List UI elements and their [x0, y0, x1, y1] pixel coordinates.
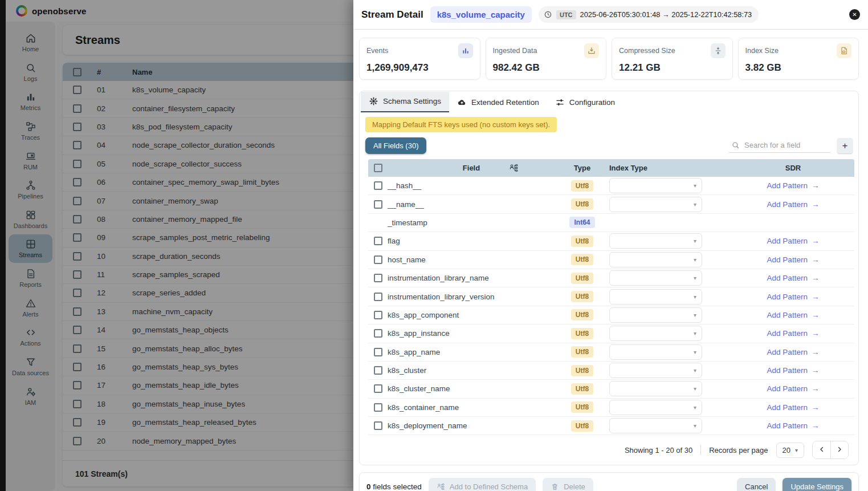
stream-detail-panel: Stream Detail k8s_volume_capacity UTC 20…	[353, 0, 868, 491]
add-pattern-link[interactable]: Add Pattern→	[732, 200, 854, 209]
field-row: host_name Utf8 ▾ Add Pattern→	[368, 251, 854, 269]
type-chip: Utf8	[571, 291, 593, 302]
add-field-button[interactable]: +	[837, 138, 853, 153]
index-type-select[interactable]: ▾	[609, 326, 702, 341]
field-checkbox[interactable]	[374, 311, 382, 319]
add-pattern-link[interactable]: Add Pattern→	[732, 329, 854, 338]
field-row: _timestamp Int64 ▾ Add Pattern→	[368, 214, 854, 232]
panel-header: Stream Detail k8s_volume_capacity UTC 20…	[353, 0, 868, 30]
index-type-select[interactable]: ▾	[609, 344, 702, 360]
tab-schema-settings[interactable]: Schema Settings	[361, 92, 449, 112]
index-type-select[interactable]: ▾	[609, 289, 702, 305]
fields-table-header: Field Type Index Type SDR	[368, 159, 854, 177]
add-pattern-link[interactable]: Add Pattern→	[732, 384, 854, 393]
delete-button[interactable]: Delete	[543, 478, 593, 491]
next-page-button[interactable]	[830, 441, 848, 458]
field-row: flag Utf8 ▾ Add Pattern→	[368, 232, 854, 250]
column-type: Type	[555, 164, 609, 172]
caret-down-icon: ▾	[694, 386, 696, 392]
add-pattern-link[interactable]: Add Pattern→	[732, 311, 854, 319]
update-settings-button[interactable]: Update Settings	[783, 478, 851, 491]
add-pattern-link[interactable]: Add Pattern→	[732, 366, 854, 375]
type-chip: Utf8	[571, 180, 593, 192]
caret-down-icon: ▾	[694, 238, 696, 244]
index-type-select[interactable]: ▾	[609, 363, 702, 378]
add-pattern-link[interactable]: Add Pattern→	[732, 237, 854, 245]
cloud-up-icon	[457, 98, 467, 107]
select-all-fields-checkbox[interactable]	[374, 164, 382, 172]
type-chip: Utf8	[571, 420, 593, 432]
records-per-page-select[interactable]: 20 ▾	[776, 443, 805, 458]
field-checkbox[interactable]	[374, 237, 382, 245]
field-row: k8s_app_instance Utf8 ▾ Add Pattern→	[368, 324, 854, 343]
index-type-select[interactable]: ▾	[609, 418, 702, 433]
field-row: instrumentation_library_version Utf8 ▾ A…	[368, 287, 854, 306]
sliders-icon	[555, 98, 565, 107]
add-pattern-link[interactable]: Add Pattern→	[732, 181, 854, 190]
type-chip: Utf8	[571, 198, 593, 210]
field-checkbox[interactable]	[374, 181, 382, 190]
compress-icon	[711, 43, 726, 58]
index-type-select[interactable]: ▾	[609, 400, 702, 415]
add-to-defined-schema-button[interactable]: Add to Defined Schema	[429, 478, 536, 491]
field-search-input[interactable]	[744, 141, 828, 149]
fields-table-body: __hash__ Utf8 ▾ Add Pattern→ __name__ Ut…	[368, 177, 854, 435]
fields-toolbar: All Fields (30) +	[365, 137, 853, 154]
caret-down-icon: ▾	[694, 275, 696, 281]
field-checkbox[interactable]	[374, 348, 382, 356]
type-chip: Utf8	[571, 401, 593, 413]
tab-extended-retention[interactable]: Extended Retention	[449, 93, 547, 112]
arrow-right-icon: →	[812, 348, 820, 356]
field-checkbox[interactable]	[374, 421, 382, 430]
chevron-left-icon	[818, 445, 826, 455]
field-checkbox[interactable]	[374, 329, 382, 338]
add-pattern-link[interactable]: Add Pattern→	[732, 274, 854, 282]
field-checkbox[interactable]	[374, 274, 382, 282]
all-fields-button[interactable]: All Fields (30)	[365, 137, 426, 154]
index-type-select[interactable]: ▾	[609, 381, 702, 396]
field-checkbox[interactable]	[374, 384, 382, 393]
schema-user-icon	[437, 482, 445, 491]
tab-configuration[interactable]: Configuration	[547, 93, 623, 112]
stat-card-compressed-size: Compressed Size 12.21 GB	[612, 38, 733, 80]
type-chip: Utf8	[571, 328, 593, 339]
prev-page-button[interactable]	[813, 441, 830, 458]
records-per-page-label: Records per page	[709, 446, 768, 455]
search-icon	[731, 141, 740, 149]
time-range-text: 2025-06-26T05:30:01:48 → 2025-12-22T10:4…	[580, 10, 752, 19]
stats-row: Events 1,269,909,473 Ingested Data 982.4…	[359, 38, 859, 80]
field-checkbox[interactable]	[374, 255, 382, 264]
caret-down-icon: ▾	[694, 423, 696, 429]
caret-down-icon: ▾	[694, 349, 696, 355]
index-type-select[interactable]: ▾	[609, 178, 702, 193]
field-checkbox[interactable]	[374, 366, 382, 375]
time-range-chip: UTC 2025-06-26T05:30:01:48 → 2025-12-22T…	[539, 6, 759, 23]
caret-down-icon: ▾	[694, 312, 696, 318]
index-type-select[interactable]: ▾	[609, 233, 702, 249]
type-chip: Utf8	[571, 254, 593, 265]
field-row: k8s_app_name Utf8 ▾ Add Pattern→	[368, 343, 854, 362]
add-pattern-link[interactable]: Add Pattern→	[732, 421, 854, 430]
field-checkbox[interactable]	[374, 200, 382, 209]
panel-footer: 0 fields selected Add to Defined Schema …	[359, 472, 859, 491]
field-search-box	[729, 139, 830, 153]
close-icon[interactable]: ✕	[849, 9, 860, 20]
add-pattern-link[interactable]: Add Pattern→	[732, 293, 854, 301]
stat-card-index-size: Index Size 3.82 GB	[738, 38, 859, 80]
field-checkbox[interactable]	[374, 293, 382, 301]
arrow-right-icon: →	[812, 311, 820, 319]
index-type-select[interactable]: ▾	[609, 252, 702, 267]
field-row: k8s_deployment_name Utf8 ▾ Add Pattern→	[368, 417, 854, 435]
stat-card-events: Events 1,269,909,473	[359, 38, 480, 80]
cancel-button[interactable]: Cancel	[737, 478, 776, 491]
add-pattern-link[interactable]: Add Pattern→	[732, 255, 854, 264]
field-checkbox[interactable]	[374, 403, 382, 412]
fields-table: Field Type Index Type SDR __hash__ Utf8 …	[368, 159, 854, 461]
add-pattern-link[interactable]: Add Pattern→	[732, 348, 854, 356]
fts-mapping-banner: Mapping Default FTS keys used (no custom…	[365, 117, 557, 132]
index-type-select[interactable]: ▾	[609, 307, 702, 323]
index-type-select[interactable]: ▾	[609, 197, 702, 212]
index-type-select[interactable]: ▾	[609, 270, 702, 286]
add-pattern-link[interactable]: Add Pattern→	[732, 403, 854, 412]
field-row: instrumentation_library_name Utf8 ▾ Add …	[368, 269, 854, 287]
